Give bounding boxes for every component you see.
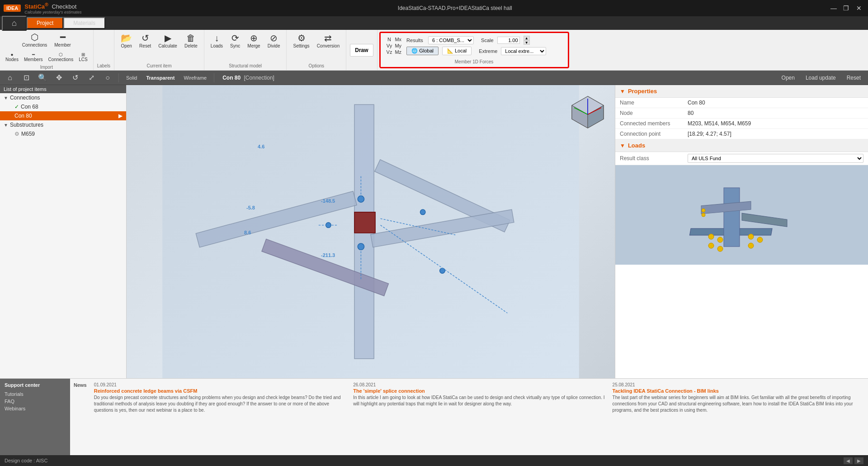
fullscreen-btn[interactable]: ⤢ xyxy=(85,71,98,84)
ribbon-open-btn[interactable]: 📂 Open xyxy=(118,32,135,50)
results-label: Results xyxy=(406,38,425,43)
rotate-btn[interactable]: ↺ xyxy=(69,71,81,84)
select-btn[interactable]: ○ xyxy=(101,71,114,84)
news-headline-2[interactable]: The 'simple' splice connection xyxy=(353,388,605,394)
ribbon-member-btn[interactable]: ━ Member xyxy=(52,31,74,49)
load-update-btn[interactable]: Load update xyxy=(802,73,840,83)
force-my-btn[interactable]: My xyxy=(393,43,403,49)
scale-input[interactable] xyxy=(497,37,520,44)
wireframe-btn[interactable]: Wireframe xyxy=(181,74,209,81)
dim-4.6: 4.6 xyxy=(258,144,264,149)
ribbon-connections-small-btn[interactable]: ⬡ Connections xyxy=(47,51,75,63)
svg-rect-27 xyxy=(742,213,787,227)
con80-label: Con 80 xyxy=(14,113,32,119)
news-headline-1[interactable]: Reinforced concrete ledge beams via CSFM xyxy=(94,388,346,394)
ribbon-connections-btn[interactable]: ⬡ Connections xyxy=(19,31,50,49)
ribbon-nodes-btn[interactable]: ● Nodes xyxy=(4,51,20,63)
open-action-btn[interactable]: Open xyxy=(778,73,798,83)
scale-up-btn[interactable]: ▲ xyxy=(524,36,530,40)
con-type: [Connection] xyxy=(244,75,274,81)
extreme-label: Extreme xyxy=(479,48,497,54)
reset-action-btn[interactable]: Reset xyxy=(843,73,864,83)
svg-point-32 xyxy=(748,234,754,239)
draw-button[interactable]: Draw xyxy=(350,44,373,57)
force-vy-btn[interactable]: Vy xyxy=(385,43,394,49)
webinars-link[interactable]: Webinars xyxy=(5,406,66,411)
statusbar-right-btn[interactable]: ▶ xyxy=(854,457,863,464)
local-btn[interactable]: 📐 Local xyxy=(442,47,472,55)
force-mz-btn[interactable]: Mz xyxy=(393,49,403,55)
window-controls: — ❐ ✕ xyxy=(828,3,864,14)
dim-minus5.8: -5.8 xyxy=(246,205,255,210)
ribbon-conversion-btn[interactable]: ⇄ Conversion xyxy=(314,32,343,50)
minimize-button[interactable]: — xyxy=(828,3,839,14)
faq-link[interactable]: FAQ xyxy=(5,399,66,404)
nav-tabs: ⌂ Project Materials xyxy=(0,16,868,30)
delete-icon: 🗑 xyxy=(186,33,195,43)
lcs-icon: ⊞ xyxy=(81,52,85,57)
loads-section-header[interactable]: ▼ Loads xyxy=(615,139,868,152)
window-title: IdeaStatiCa-STAAD.Pro+IDEAStatiCa steel … xyxy=(398,5,512,11)
tree-con80[interactable]: Con 80 ▶ xyxy=(0,111,126,120)
home-toolbar-btn[interactable]: ⌂ xyxy=(4,71,16,84)
svg-point-33 xyxy=(757,237,763,243)
ribbon: ⬡ Connections ━ Member ● Nodes ━ Members… xyxy=(0,30,868,71)
properties-section-header[interactable]: ▼ Properties xyxy=(615,85,868,98)
tab-materials[interactable]: Materials xyxy=(63,17,105,29)
design-code: Design code : AISC xyxy=(5,458,47,463)
result-class-label: Result class xyxy=(620,155,688,162)
tree-m659[interactable]: ⚙ M659 xyxy=(0,129,126,138)
zoom-search-btn[interactable]: 🔍 xyxy=(36,71,49,84)
current-item-label: Current item xyxy=(146,62,171,68)
3d-viewport[interactable]: 4.6 -5.8 8.6 -148.5 -211.3 xyxy=(127,85,615,378)
members-icon: ━ xyxy=(32,52,35,57)
force-n-btn[interactable]: N xyxy=(385,36,394,43)
ribbon-members-btn[interactable]: ━ Members xyxy=(22,51,45,63)
divide-icon: ⊘ xyxy=(270,33,278,43)
transparent-btn[interactable]: Transparent xyxy=(143,74,177,81)
results-dropdown[interactable]: 6 : COMB_S... xyxy=(428,36,474,44)
tab-project[interactable]: Project xyxy=(27,17,63,29)
tab-home[interactable]: ⌂ xyxy=(2,16,27,31)
tree-con68[interactable]: ✓ Con 68 xyxy=(0,102,126,111)
ribbon-settings-btn[interactable]: ⚙ Settings xyxy=(290,32,312,50)
ribbon-reset-btn[interactable]: ↺ Reset xyxy=(137,32,154,50)
solid-btn[interactable]: Solid xyxy=(123,74,140,81)
zoom-fit-btn[interactable]: ⊡ xyxy=(20,71,33,84)
ribbon-calculate-btn[interactable]: ▶ Calculate xyxy=(156,32,180,50)
scale-down-btn[interactable]: ▼ xyxy=(524,40,530,45)
prop-connected-members-row: Connected members M203, M514, M654, M659 xyxy=(615,119,868,129)
maximize-button[interactable]: ❐ xyxy=(841,3,852,14)
statusbar-left-btn[interactable]: ◀ xyxy=(844,457,853,464)
force-vz-btn[interactable]: Vz xyxy=(385,49,394,55)
result-class-dropdown[interactable]: All ULS Fund All SLS Fund All ULS Acc xyxy=(688,154,863,163)
ribbon-merge-btn[interactable]: ⊕ Merge xyxy=(245,32,263,50)
app-logo: IDEA xyxy=(4,5,21,12)
close-button[interactable]: ✕ xyxy=(854,3,864,14)
substructures-expand-arrow: ▼ xyxy=(4,123,8,128)
ribbon-lcs-btn[interactable]: ⊞ LCS xyxy=(77,51,89,63)
tree-substructures-root[interactable]: ▼ Substructures xyxy=(0,120,126,129)
svg-rect-6 xyxy=(354,212,375,233)
ribbon-draw-group: Draw xyxy=(346,30,377,70)
toolbar2: ⌂ ⊡ 🔍 ✥ ↺ ⤢ ○ Solid Transparent Wirefram… xyxy=(0,71,868,85)
tutorials-link[interactable]: Tutorials xyxy=(5,391,66,397)
ribbon-divide-btn[interactable]: ⊘ Divide xyxy=(265,32,283,50)
force-mx-btn[interactable]: Mx xyxy=(393,36,403,43)
ribbon-delete-btn[interactable]: 🗑 Delete xyxy=(182,32,200,50)
global-btn[interactable]: 🌐 Global xyxy=(406,47,439,55)
extreme-dropdown[interactable]: Local extre... xyxy=(501,47,546,55)
pan-btn[interactable]: ✥ xyxy=(52,71,65,84)
news-body-2: In this article I am going to look at ho… xyxy=(353,395,605,407)
dim-minus211.3: -211.3 xyxy=(321,252,335,258)
ribbon-sync-btn[interactable]: ⟳ Sync xyxy=(227,32,243,50)
orientation-cube[interactable] xyxy=(570,94,606,130)
options-label: Options xyxy=(309,62,324,68)
news-title-bar: News xyxy=(74,382,87,449)
properties-panel: ▼ Properties Name Con 80 Node 80 Connect… xyxy=(615,85,868,378)
sync-icon: ⟳ xyxy=(231,33,239,43)
tree-connections-root[interactable]: ▼ Connections xyxy=(0,93,126,102)
ribbon-options-group: ⚙ Settings ⇄ Conversion Options xyxy=(287,30,346,70)
ribbon-loads-btn[interactable]: ↓ Loads xyxy=(208,32,226,50)
news-headline-3[interactable]: Tackling IDEA StatiCa Connection - BIM l… xyxy=(613,388,864,394)
